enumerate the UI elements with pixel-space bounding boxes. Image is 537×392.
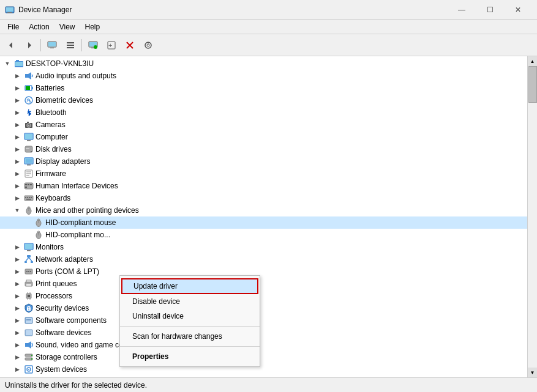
toolbar-back[interactable] (2, 37, 20, 54)
svg-point-105 (28, 369, 29, 370)
tree-item-diskdrives[interactable]: ▶ Disk drives (0, 143, 527, 155)
tree-item-network[interactable]: ▶ Network adapters (0, 253, 527, 265)
svg-rect-96 (26, 330, 32, 335)
tree-item-storage[interactable]: ▶ Storage controllers (0, 351, 527, 363)
expand-root[interactable]: ▼ (2, 59, 12, 68)
expand-batteries[interactable]: ▶ (12, 83, 22, 93)
expand-computer[interactable]: ▶ (12, 132, 22, 142)
expand-system[interactable]: ▶ (12, 364, 22, 374)
scrollbar-thumb[interactable] (528, 66, 537, 103)
tree-view[interactable]: ▼ DESKTOP-VKNL3IU ▶ (0, 56, 527, 377)
svg-rect-1 (6, 7, 13, 12)
svg-point-79 (28, 271, 29, 272)
tree-item-firmware[interactable]: ▶ Firmware (0, 168, 527, 180)
expand-cameras[interactable]: ▶ (12, 120, 22, 130)
svg-rect-40 (26, 148, 29, 149)
svg-rect-53 (25, 187, 27, 188)
scrollbar-down[interactable]: ▼ (528, 368, 538, 377)
tree-item-sound[interactable]: ▶ Sound, video and game controllers (0, 339, 527, 351)
expand-keyboards[interactable]: ▶ (12, 193, 22, 203)
scrollbar-up[interactable]: ▲ (528, 56, 538, 66)
expand-audio[interactable]: ▶ (12, 71, 22, 81)
expand-firmware[interactable]: ▶ (12, 169, 22, 179)
ctx-disable-device[interactable]: Disable device (120, 294, 260, 309)
expand-network[interactable]: ▶ (12, 254, 22, 264)
svg-rect-28 (32, 87, 33, 89)
tree-item-monitors[interactable]: ▶ Monitors (0, 241, 527, 253)
expand-printqueues[interactable]: ▶ (12, 279, 22, 289)
svg-rect-73 (24, 261, 27, 263)
tree-item-bluetooth[interactable]: ▶ Bluetooth (0, 106, 527, 119)
menu-action[interactable]: Action (24, 21, 54, 32)
scrollbar-track[interactable] (528, 66, 538, 368)
toolbar-list[interactable] (62, 37, 79, 54)
menu-view[interactable]: View (54, 21, 80, 32)
expand-ports[interactable]: ▶ (12, 267, 22, 276)
tree-item-softwaredev[interactable]: ▶ Software devices (0, 327, 527, 339)
tree-item-hid1[interactable]: HID-compliant mouse (0, 216, 527, 229)
svg-rect-97 (25, 343, 28, 347)
toolbar-delete[interactable] (121, 37, 138, 54)
tree-item-audio[interactable]: ▶ Audio inputs and outputs (0, 70, 527, 82)
icon-security (24, 303, 34, 313)
ctx-update-driver[interactable]: Update driver (121, 278, 258, 294)
tree-item-hid2[interactable]: HID-compliant mo... (0, 229, 527, 241)
svg-point-102 (31, 358, 32, 360)
label-computer: Computer (36, 133, 68, 141)
close-button[interactable]: ✕ (504, 0, 532, 20)
label-hid: Human Interface Devices (36, 182, 118, 190)
tree-item-ports[interactable]: ▶ Ports (COM & LPT) (0, 265, 527, 278)
toolbar-computer[interactable] (43, 37, 61, 54)
ctx-scan-hardware[interactable]: Scan for hardware changes (120, 329, 260, 344)
ctx-update-driver-label: Update driver (133, 282, 178, 290)
tree-item-display[interactable]: ▶ Display adapters (0, 155, 527, 168)
toolbar-monitor[interactable] (84, 37, 102, 54)
expand-bluetooth[interactable]: ▶ (12, 108, 22, 117)
menu-file[interactable]: File (2, 21, 24, 32)
expand-mice[interactable]: ▼ (12, 205, 22, 215)
maximize-button[interactable]: ☐ (476, 0, 504, 20)
expand-storage[interactable]: ▶ (12, 352, 22, 362)
tree-item-system[interactable]: ▶ System devices (0, 363, 527, 375)
expand-diskdrives[interactable]: ▶ (12, 144, 22, 154)
minimize-button[interactable]: — (448, 0, 476, 20)
toolbar-add[interactable]: + (103, 37, 120, 54)
ctx-uninstall-device[interactable]: Uninstall device (120, 309, 260, 324)
expand-security[interactable]: ▶ (12, 303, 22, 313)
tree-item-cameras[interactable]: ▶ Cameras (0, 119, 527, 131)
expand-sound[interactable]: ▶ (12, 340, 22, 350)
svg-rect-54 (24, 196, 33, 201)
expand-hid[interactable]: ▶ (12, 181, 22, 191)
tree-item-biometric[interactable]: ▶ Biometric devices (0, 94, 527, 106)
expand-processors[interactable]: ▶ (12, 291, 22, 301)
tree-item-hid[interactable]: ▶ Human Interface Devices (0, 180, 527, 192)
svg-rect-52 (30, 184, 32, 185)
svg-point-39 (31, 151, 32, 152)
svg-point-101 (31, 355, 32, 356)
tree-item-printqueues[interactable]: ▶ Print queues (0, 278, 527, 290)
ctx-properties[interactable]: Properties (120, 349, 260, 364)
tree-item-batteries[interactable]: ▶ Batteries (0, 82, 527, 94)
tree-item-keyboards[interactable]: ▶ Keyboards (0, 192, 527, 204)
tree-item-security[interactable]: ▶ Security devices (0, 302, 527, 314)
svg-rect-25 (25, 74, 28, 78)
toolbar-forward[interactable] (21, 37, 38, 54)
label-mice: Mice and other pointing devices (36, 206, 139, 215)
icon-softwaredev (24, 328, 34, 338)
expand-biometric[interactable]: ▶ (12, 95, 22, 105)
tree-root[interactable]: ▼ DESKTOP-VKNL3IU (0, 57, 527, 70)
expand-display[interactable]: ▶ (12, 157, 22, 166)
expand-softwarecomp[interactable]: ▶ (12, 316, 22, 325)
menu-help[interactable]: Help (80, 21, 105, 32)
expand-softwaredev[interactable]: ▶ (12, 328, 22, 338)
expand-monitors[interactable]: ▶ (12, 242, 22, 252)
ctx-sep-2 (120, 346, 260, 347)
tree-item-processors[interactable]: ▶ Processors (0, 290, 527, 302)
scrollbar: ▲ ▼ (527, 56, 537, 377)
tree-item-mice[interactable]: ▼ Mice and other pointing devices (0, 204, 527, 216)
tree-item-computer[interactable]: ▶ Computer (0, 131, 527, 143)
toolbar-scan[interactable] (140, 37, 157, 54)
tree-item-softwarecomp[interactable]: ▶ Software components (0, 314, 527, 327)
svg-rect-71 (27, 250, 31, 251)
svg-rect-29 (26, 86, 30, 90)
